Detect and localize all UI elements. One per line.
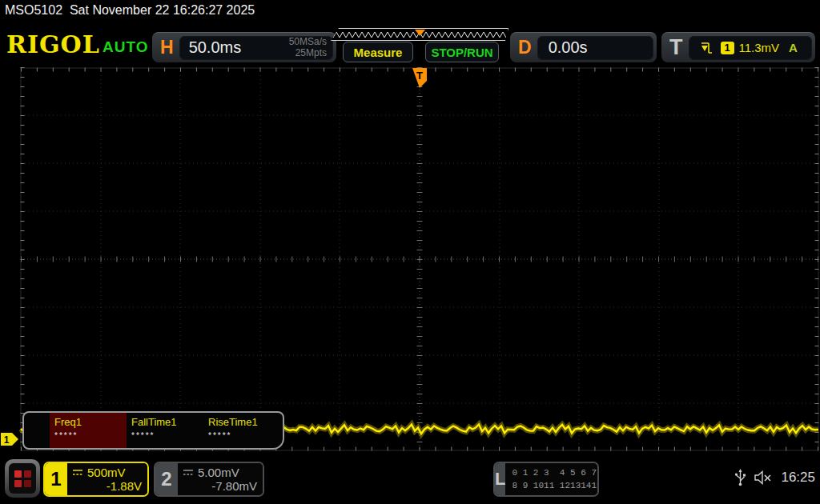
model-label: MSO5102	[5, 3, 62, 17]
main-menu-button[interactable]	[5, 459, 40, 498]
edge-trigger-icon	[698, 41, 713, 55]
channel2-badge: 2	[155, 463, 178, 495]
waveform-preview-strip[interactable]	[331, 28, 508, 41]
channel1-badge: 1	[45, 463, 67, 495]
graticule: T 1	[0, 67, 820, 453]
channel1-scale: 500mV	[87, 466, 126, 479]
channel2-settings-button[interactable]: 2 5.00mV -7.80mV	[154, 462, 264, 497]
sample-rate-label: 50MSa/s25Mpts	[289, 37, 333, 59]
horizontal-settings-button[interactable]: H 50.0ms 50MSa/s25Mpts	[152, 32, 336, 62]
acquisition-mode-label: AUTO	[102, 38, 148, 56]
measurement-item-freq1[interactable]: Freq1 *****	[50, 413, 127, 448]
dc-coupling-icon	[72, 469, 83, 477]
stop-run-button[interactable]: STOP/RUN	[425, 42, 499, 62]
digital-channel-list: 0 1 2 3 4 5 6 78 9 1011 12131415	[505, 463, 599, 495]
delay-settings-button[interactable]: D 0.00s	[510, 32, 657, 62]
trigger-sweep-mode: A	[789, 41, 798, 54]
usb-icon	[735, 469, 746, 486]
oscilloscope-screen: MSO5102 Sat November 22 16:26:27 2025 RI…	[0, 0, 820, 504]
logic-analyzer-button[interactable]: L 0 1 2 3 4 5 6 78 9 1011 12131415	[493, 462, 599, 497]
logic-analyzer-badge: L	[495, 463, 505, 495]
channel2-offset: -7.80mV	[183, 479, 257, 493]
clock-label: 16:25	[781, 470, 815, 486]
dc-coupling-icon	[183, 469, 194, 477]
channel1-offset: -1.88V	[72, 479, 142, 493]
svg-text:1: 1	[4, 434, 10, 446]
channel2-scale: 5.00mV	[198, 466, 239, 479]
measure-button[interactable]: Measure	[343, 42, 413, 62]
speaker-muted-icon[interactable]	[754, 470, 773, 485]
measurement-results-panel: Freq1 ***** FallTime1 ***** RiseTime1 **…	[22, 411, 284, 450]
preview-position-marker	[415, 30, 425, 36]
trigger-level-value: 11.3mV	[739, 41, 780, 54]
delay-value: 0.00s	[537, 38, 588, 57]
trigger-source-badge: 1	[721, 42, 734, 54]
trigger-settings-button[interactable]: T 1 11.3mV A	[661, 32, 815, 62]
grid-menu-icon	[9, 463, 36, 494]
horizontal-label: H	[160, 37, 174, 58]
channel1-settings-button[interactable]: 1 500mV -1.88V	[43, 462, 149, 497]
trigger-position-marker[interactable]: T	[412, 68, 427, 88]
timebase-value: 50.0ms	[179, 38, 289, 57]
datetime-label: Sat November 22 16:26:27 2025	[70, 3, 255, 17]
status-bar: MSO5102 Sat November 22 16:26:27 2025	[5, 3, 255, 18]
measurement-item-falltime1[interactable]: FallTime1 *****	[127, 413, 203, 448]
measurement-item-risetime1[interactable]: RiseTime1 *****	[203, 413, 280, 448]
svg-text:T: T	[416, 70, 423, 82]
delay-label: D	[518, 37, 532, 58]
trigger-label: T	[669, 35, 683, 60]
rigol-logo: RIGOL	[6, 30, 100, 58]
channel1-level-marker[interactable]: 1	[1, 433, 18, 446]
